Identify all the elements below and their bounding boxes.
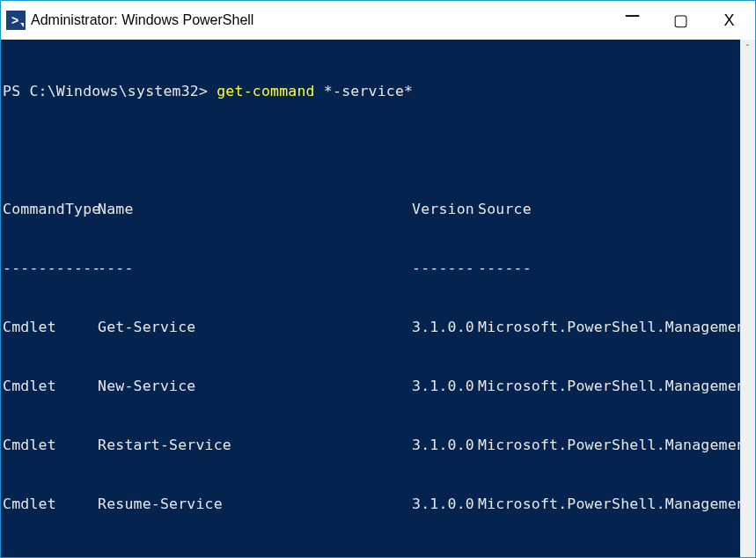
sep-version: ------- [412,255,478,281]
prompt-text: PS C:\Windows\system32> [3,83,208,99]
blank-line [3,137,740,163]
sep-commandtype: ----------- [3,255,98,281]
table-row: CmdletRestart-Service3.1.0.0Microsoft.Po… [3,432,740,458]
header-name: Name [98,196,412,222]
command-argument: *-service* [324,83,413,99]
close-button[interactable]: X [705,1,753,40]
command-name: get-command [217,83,314,99]
scrollbar[interactable]: ˆ [740,40,755,557]
table-row: CmdletNew-Service3.1.0.0Microsoft.PowerS… [3,373,740,399]
header-row: CommandTypeNameVersionSource [3,196,740,222]
terminal[interactable]: PS C:\Windows\system32> get-command *-se… [1,40,740,557]
table-row: CmdletGet-Service3.1.0.0Microsoft.PowerS… [3,314,740,340]
scroll-up-icon[interactable]: ˆ [740,40,755,57]
table-row: CmdletResume-Service3.1.0.0Microsoft.Pow… [3,491,740,517]
minimize-button[interactable]: – [608,0,657,33]
titlebar[interactable]: > Administrator: Windows PowerShell – ▢ … [1,1,755,40]
maximize-button[interactable]: ▢ [657,1,705,40]
header-source: Source [478,196,532,222]
header-version: Version [412,196,478,222]
command-line: PS C:\Windows\system32> get-command *-se… [3,78,740,104]
icon-glyph: > [11,13,18,27]
separator-row: ---------------------------- [3,255,740,281]
header-commandtype: CommandType [3,196,98,222]
window-title: Administrator: Windows PowerShell [31,12,253,28]
table-row: CmdletSet-Service3.1.0.0Microsoft.PowerS… [3,550,740,557]
sep-source: ------ [478,255,532,281]
sep-name: ---- [98,255,412,281]
powershell-icon: > [6,11,26,30]
terminal-wrap: PS C:\Windows\system32> get-command *-se… [1,40,755,557]
